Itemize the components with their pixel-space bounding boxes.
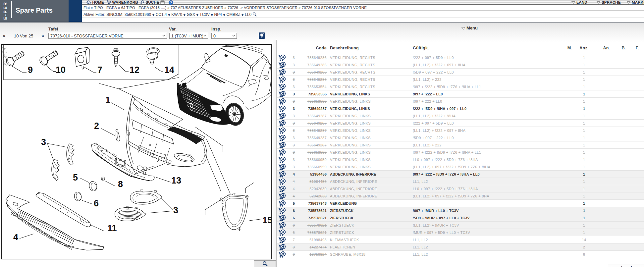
svg-text:12: 12 (130, 65, 139, 75)
svg-text:11: 11 (107, 223, 117, 233)
svg-text:4: 4 (13, 232, 18, 242)
svg-text:7: 7 (97, 65, 102, 75)
svg-text:13: 13 (171, 176, 181, 186)
svg-text:10: 10 (56, 65, 66, 75)
svg-text:15: 15 (262, 215, 272, 225)
svg-text:3: 3 (173, 205, 178, 215)
svg-text:?: ? (170, 1, 172, 5)
svg-text:3: 3 (41, 137, 46, 147)
svg-text:6: 6 (94, 198, 99, 208)
svg-text:5: 5 (73, 173, 78, 183)
svg-text:8: 8 (118, 179, 123, 189)
svg-text:9: 9 (28, 65, 33, 75)
svg-text:14: 14 (164, 65, 174, 75)
svg-text:1: 1 (105, 95, 110, 105)
svg-text:2: 2 (94, 121, 99, 131)
